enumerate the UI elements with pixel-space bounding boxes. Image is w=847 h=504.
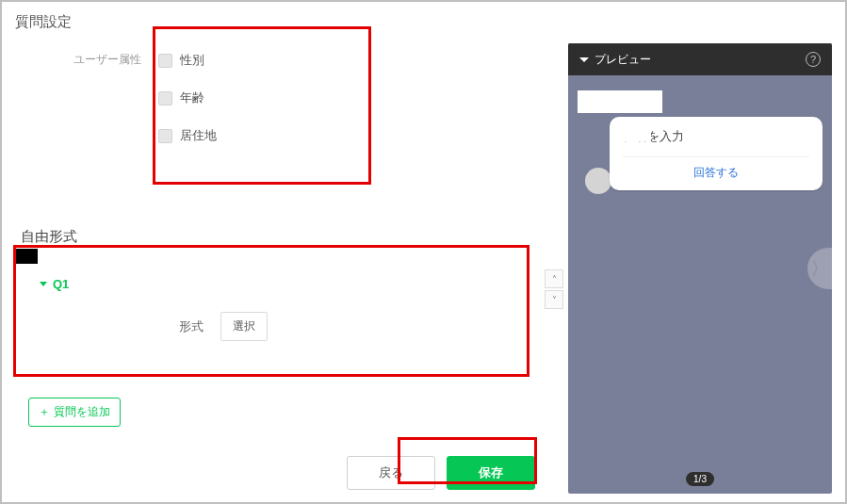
help-icon[interactable]: ?: [806, 52, 821, 67]
sender-name-placeholder: [578, 90, 662, 113]
chevron-right-icon: 〉: [811, 257, 828, 280]
checkbox-icon: [158, 91, 172, 106]
chevron-down-icon: [40, 282, 47, 286]
move-up-button[interactable]: ˄: [545, 269, 563, 288]
preview-header: プレビュー ?: [568, 43, 832, 75]
app-frame: 質問設定 ユーザー属性 性別 年齢 居住地 自由形式: [0, 0, 847, 504]
preview-title: プレビュー: [595, 52, 651, 68]
triangle-down-icon: [579, 57, 589, 62]
format-label: 形式: [179, 318, 204, 335]
redaction-block: [15, 249, 38, 264]
free-form-title: 自由形式: [21, 228, 77, 246]
user-attributes-label: ユーザー属性: [15, 48, 158, 148]
answer-link[interactable]: 回答する: [623, 156, 809, 181]
question-body: 形式 選択: [28, 312, 543, 341]
checkbox-icon: [158, 54, 172, 68]
pager-indicator: 1/3: [686, 472, 714, 486]
avatar: [585, 168, 611, 194]
add-question-button[interactable]: ＋ 質問を追加: [28, 398, 121, 427]
preview-panel: プレビュー ? チ名を入力 回答する 〉 1/3: [568, 43, 832, 494]
message-bubble: チ名を入力 回答する: [610, 117, 823, 190]
checkbox-label: 性別: [180, 52, 204, 69]
checkbox-residence[interactable]: 居住地: [158, 127, 217, 144]
add-question-label: 質問を追加: [54, 404, 110, 420]
checkbox-icon: [158, 129, 172, 143]
plus-icon: ＋: [39, 404, 50, 420]
checkbox-gender[interactable]: 性別: [158, 52, 217, 69]
user-attributes-row: ユーザー属性 性別 年齢 居住地: [15, 48, 562, 148]
back-button[interactable]: 戻る: [347, 456, 435, 490]
move-down-button[interactable]: ˅: [545, 290, 563, 309]
save-button[interactable]: 保存: [447, 456, 535, 490]
question-reorder-controls: ˄ ˅: [545, 269, 563, 309]
checkbox-label: 年齢: [180, 89, 204, 106]
next-arrow-button[interactable]: 〉: [807, 248, 832, 289]
checkbox-age[interactable]: 年齢: [158, 89, 217, 106]
section-title: 質問設定: [15, 13, 562, 31]
user-attributes-options: 性別 年齢 居住地: [158, 48, 217, 148]
question-header[interactable]: Q1: [28, 268, 543, 301]
main-content: 質問設定 ユーザー属性 性別 年齢 居住地 自由形式: [15, 13, 562, 491]
footer-buttons: 戻る 保存: [347, 456, 535, 490]
checkbox-label: 居住地: [180, 127, 217, 144]
question-id: Q1: [53, 277, 69, 291]
redaction-block: [619, 126, 651, 141]
preview-body: チ名を入力 回答する: [578, 90, 823, 190]
question-card: Q1 形式 選択: [28, 268, 543, 384]
format-select-button[interactable]: 選択: [220, 312, 268, 341]
